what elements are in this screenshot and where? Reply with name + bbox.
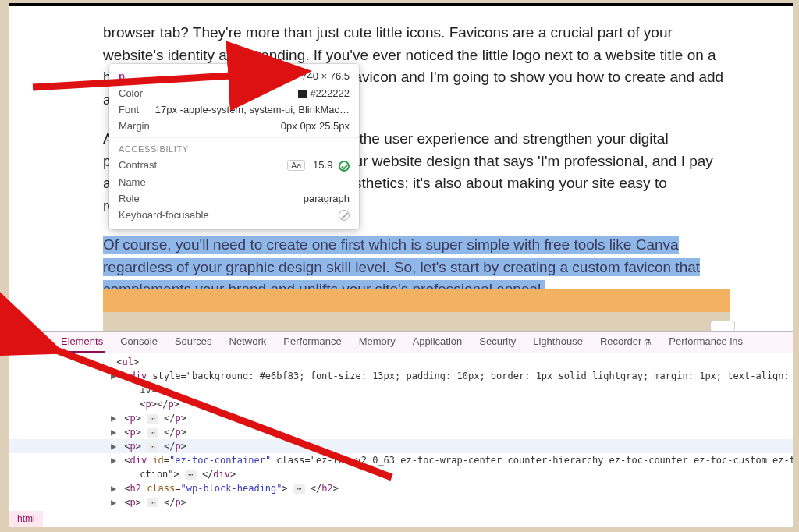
svg-rect-1: [34, 338, 41, 346]
dom-line[interactable]: ▶ <p> ⋯ </p>: [9, 495, 793, 507]
tab-elements[interactable]: Elements: [59, 332, 105, 353]
browser-devtools-screenshot: browser tab? They're more than just cute…: [9, 3, 793, 527]
tab-sources[interactable]: Sources: [173, 332, 214, 353]
dom-line[interactable]: <ul>: [9, 355, 793, 369]
device-toggle-button[interactable]: [30, 332, 50, 353]
flask-icon: ⚗: [644, 337, 652, 346]
tab-memory[interactable]: Memory: [357, 332, 397, 353]
margin-highlight: [103, 289, 730, 312]
tooltip-color-value: #222222: [298, 87, 350, 99]
tab-performance-ins[interactable]: Performance ins: [667, 332, 744, 353]
tooltip-color-label: Color: [119, 87, 143, 99]
tooltip-font-value: 17px -apple-system, system-ui, BlinkMac…: [155, 104, 350, 115]
dom-line[interactable]: ▶ <p> ⋯ </p>: [9, 425, 793, 439]
tooltip-accessibility-heading: ACCESSIBILITY: [109, 137, 359, 157]
check-icon: [339, 161, 350, 172]
tooltip-kbd-value: [339, 209, 350, 222]
tab-network[interactable]: Network: [228, 332, 268, 353]
dom-line[interactable]: ▶ <div style="background: #e6bf83; font-…: [9, 369, 793, 383]
devtools-panel: ElementsConsoleSourcesNetworkPerformance…: [9, 331, 793, 527]
window-top-border: [9, 3, 793, 6]
dom-line[interactable]: ▶ <p> ⋯ </p>: [9, 439, 793, 453]
tooltip-contrast-value: Aa 15.9: [287, 159, 350, 172]
tooltip-margin-label: Margin: [119, 120, 150, 132]
dom-line[interactable]: ▶ <h2 class="wp-block-heading"> ⋯ </h2>: [9, 481, 793, 495]
device-icon: [34, 338, 46, 347]
tooltip-margin-value: 0px 0px 25.5px: [281, 120, 350, 132]
dom-line[interactable]: <p></p>: [9, 397, 793, 411]
not-focusable-icon: [339, 210, 350, 221]
tooltip-contrast-label: Contrast: [119, 159, 157, 171]
tooltip-font-label: Font: [119, 104, 139, 115]
dom-tree[interactable]: <ul>▶ <div style="background: #e6bf83; f…: [9, 353, 793, 507]
tab-lighthouse[interactable]: Lighthouse: [531, 332, 584, 353]
tab-application[interactable]: Application: [411, 332, 464, 353]
tooltip-dimensions: 740 × 76.5: [301, 70, 350, 82]
tab-performance[interactable]: Performance: [282, 332, 343, 353]
element-inspect-tooltip: p 740 × 76.5 Color #222222 Font 17px -ap…: [109, 64, 359, 229]
inspect-element-button[interactable]: [9, 332, 30, 353]
tab-recorder[interactable]: Recorder⚗: [598, 332, 653, 353]
dom-line[interactable]: ▶ <div id="ez-toc-container" class="ez-t…: [9, 453, 793, 467]
breadcrumb-html[interactable]: html: [9, 511, 43, 527]
tab-security[interactable]: Security: [478, 332, 517, 353]
dom-line[interactable]: iv>: [9, 383, 793, 397]
svg-rect-2: [42, 340, 45, 346]
tooltip-role-value: paragraph: [304, 193, 350, 204]
scroll-to-top-button[interactable]: [710, 321, 735, 332]
devtools-toolbar: ElementsConsoleSourcesNetworkPerformance…: [9, 332, 793, 353]
devtools-tabs: ElementsConsoleSourcesNetworkPerformance…: [59, 332, 744, 353]
dom-line[interactable]: ction"> ⋯ </div>: [9, 467, 793, 481]
inspect-icon: [14, 337, 25, 348]
breadcrumb-bar[interactable]: html: [9, 509, 793, 527]
tooltip-name-label: Name: [119, 176, 146, 188]
tab-console[interactable]: Console: [119, 332, 159, 353]
tooltip-role-label: Role: [119, 193, 140, 204]
tooltip-kbd-label: Keyboard-focusable: [119, 209, 209, 221]
tooltip-tag: p: [119, 70, 125, 82]
color-swatch-icon: [298, 90, 307, 98]
contrast-aa-badge: Aa: [287, 160, 305, 171]
dom-line[interactable]: ▶ <p> ⋯ </p>: [9, 411, 793, 425]
